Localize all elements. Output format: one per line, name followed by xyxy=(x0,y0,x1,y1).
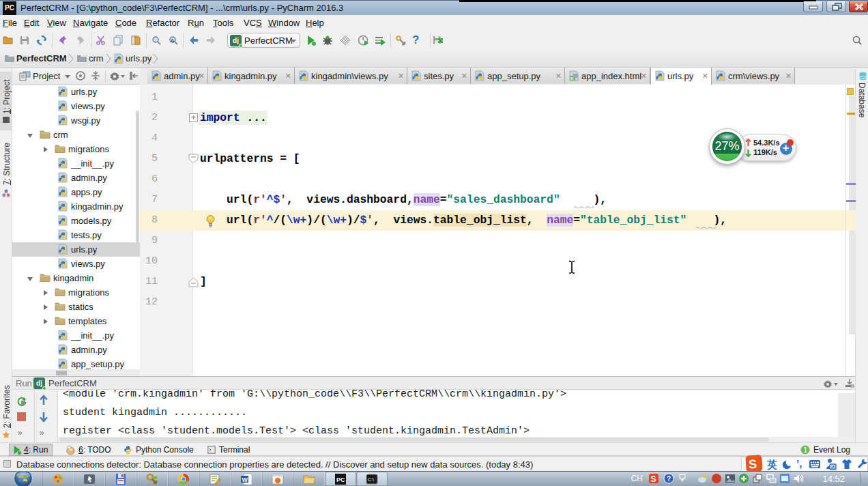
svg-text:PC: PC xyxy=(336,476,345,483)
svg-text:A: A xyxy=(171,38,175,44)
svg-text:S: S xyxy=(651,474,656,484)
svg-text:S: S xyxy=(748,457,757,472)
svg-text:1: 1 xyxy=(804,446,808,454)
svg-text:W: W xyxy=(242,476,248,483)
svg-text:C:\: C:\ xyxy=(368,477,374,482)
svg-text:30: 30 xyxy=(830,465,836,470)
svg-text:?: ? xyxy=(667,475,671,483)
